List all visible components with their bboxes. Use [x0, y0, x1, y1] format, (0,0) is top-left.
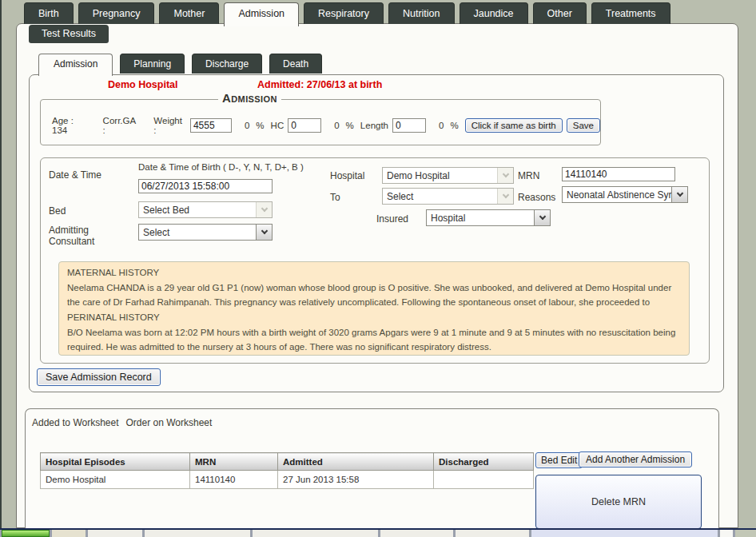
- length-input[interactable]: [392, 118, 426, 133]
- cell-discharged: [434, 471, 534, 489]
- reasons-select[interactable]: Neonatal Abstinence Syr: [562, 186, 688, 203]
- taskbar-item[interactable]: [720, 530, 733, 537]
- taskbar-item[interactable]: [253, 530, 378, 537]
- hospital-label: Hospital: [330, 170, 364, 181]
- tab-birth[interactable]: Birth: [24, 2, 74, 24]
- bed-edit-button[interactable]: Bed Edit: [535, 452, 583, 468]
- delete-mrn-button[interactable]: Delete MRN: [535, 475, 702, 529]
- column-header-discharged[interactable]: Discharged: [434, 453, 534, 471]
- insured-label: Insured: [376, 213, 408, 225]
- weight-label: Weight :: [153, 116, 186, 135]
- subtab-admission[interactable]: Admission: [38, 54, 113, 76]
- cell-admitted: 27 Jun 2013 15:58: [278, 471, 434, 489]
- tab-pregnancy[interactable]: Pregnancy: [78, 2, 155, 24]
- length-percentile-value: 0: [439, 121, 444, 130]
- main-content-panel: Test Results Admission Planning Discharg…: [16, 23, 738, 528]
- hospital-name-header: Demo Hospital: [108, 79, 178, 90]
- weight-percent-sign: %: [256, 121, 264, 130]
- hospital-episodes-table: Hospital Episodes MRN Admitted Discharge…: [40, 452, 534, 489]
- subtab-discharge[interactable]: Discharge: [192, 54, 262, 74]
- taskbar-item: [735, 530, 756, 537]
- tab-mother[interactable]: Mother: [159, 2, 219, 24]
- column-header-hospital-episodes[interactable]: Hospital Episodes: [41, 453, 190, 471]
- maternal-history-textarea[interactable]: MATERNAL HISTORY Neelama CHANDA is a 29 …: [58, 261, 690, 356]
- dob-label: Date & Time of Birth ( D-, Y, N, T, D+, …: [138, 162, 304, 172]
- chevron-down-icon: [256, 225, 272, 240]
- admitted-date-header: Admitted: 27/06/13 at birth: [257, 79, 382, 90]
- hc-label: HC: [271, 121, 284, 130]
- insured-select-value: Hospital: [427, 210, 534, 225]
- admission-form-panel: Demo Hospital Admitted: 27/06/13 at birt…: [29, 74, 724, 392]
- bed-label: Bed: [49, 205, 66, 217]
- same-as-birth-button[interactable]: Click if same as birth: [465, 118, 563, 133]
- taskbar-item[interactable]: [52, 530, 86, 537]
- to-select[interactable]: Select: [382, 188, 514, 205]
- taskbar-item-active[interactable]: [2, 530, 50, 537]
- chevron-down-icon: [256, 202, 272, 217]
- insured-select[interactable]: Hospital: [426, 209, 551, 226]
- tab-admission[interactable]: Admission: [224, 2, 299, 26]
- length-percent-sign: %: [450, 121, 458, 130]
- weight-input[interactable]: [190, 118, 232, 133]
- cell-mrn: 14110140: [190, 471, 278, 489]
- chevron-down-icon: [534, 210, 550, 225]
- corr-ga-label: Corr.GA :: [103, 116, 140, 135]
- taskbar-item[interactable]: [145, 530, 250, 537]
- admission-legend: Admission: [218, 91, 281, 105]
- chevron-down-icon: [497, 189, 513, 204]
- taskbar: [0, 528, 756, 537]
- mrn-label: MRN: [518, 170, 539, 181]
- bed-select-value: Select Bed: [139, 202, 256, 217]
- length-label: Length: [360, 121, 388, 130]
- table-row[interactable]: Demo Hospital 14110140 27 Jun 2013 15:58: [41, 471, 534, 489]
- column-header-mrn[interactable]: MRN: [190, 453, 278, 471]
- reasons-label: Reasons: [518, 192, 555, 203]
- worksheet-panel: Added to WorksheetOrder on Worksheet Hos…: [25, 408, 719, 529]
- hc-percent-sign: %: [346, 121, 354, 130]
- to-label: To: [330, 192, 340, 203]
- subtab-death[interactable]: Death: [269, 54, 322, 74]
- main-tab-bar: Birth Pregnancy Mother Admission Respira…: [24, 2, 670, 24]
- dob-input[interactable]: [138, 179, 273, 193]
- to-select-value: Select: [383, 189, 497, 204]
- taskbar-item[interactable]: [456, 530, 529, 537]
- taskbar-item[interactable]: [531, 530, 718, 537]
- admitting-consultant-select[interactable]: Select: [138, 224, 273, 241]
- window-left-border: [0, 0, 2, 537]
- tab-nutrition[interactable]: Nutrition: [388, 2, 455, 24]
- date-time-label: Date & Time: [49, 169, 101, 181]
- tab-respiratory[interactable]: Respiratory: [304, 2, 384, 24]
- admission-sub-tab-bar: Admission Planning Discharge Death: [38, 54, 322, 74]
- subtab-planning[interactable]: Planning: [120, 54, 185, 74]
- hc-percentile-value: 0: [334, 121, 339, 130]
- admitting-consultant-value: Select: [139, 225, 256, 240]
- hospital-select-value: Demo Hospital: [383, 168, 497, 183]
- tab-jaundice[interactable]: Jaundice: [460, 2, 528, 24]
- admission-measurements-group: Admission Age : 134 Corr.GA : Weight : 0…: [40, 99, 601, 145]
- save-admission-record-button[interactable]: Save Admission Record: [37, 368, 161, 386]
- column-header-admitted[interactable]: Admitted: [278, 453, 434, 471]
- weight-percentile-value: 0: [245, 121, 249, 130]
- order-on-worksheet-label: Order on Worksheet: [126, 417, 213, 428]
- taskbar-item[interactable]: [88, 530, 142, 537]
- tab-test-results[interactable]: Test Results: [29, 25, 109, 43]
- save-measurements-button[interactable]: Save: [567, 118, 600, 133]
- hc-input[interactable]: [288, 118, 321, 133]
- bed-select[interactable]: Select Bed: [138, 201, 273, 218]
- add-another-admission-button[interactable]: Add Another Admission: [579, 451, 692, 467]
- reasons-select-value: Neonatal Abstinence Syr: [563, 187, 671, 202]
- age-label: Age : 134: [52, 116, 90, 135]
- chevron-down-icon: [671, 187, 687, 202]
- admission-details-group: Date & Time Date & Time of Birth ( D-, Y…: [40, 157, 710, 364]
- chevron-down-icon: [497, 168, 513, 183]
- added-to-worksheet-label: Added to Worksheet: [32, 417, 119, 428]
- tab-treatments[interactable]: Treatments: [591, 2, 670, 24]
- tab-other[interactable]: Other: [533, 2, 587, 24]
- cell-hospital-episode: Demo Hospital: [41, 471, 190, 489]
- taskbar-item[interactable]: [380, 530, 453, 537]
- mrn-input[interactable]: [562, 167, 675, 181]
- hospital-select[interactable]: Demo Hospital: [382, 167, 514, 184]
- admitting-consultant-label: Admitting Consultant: [49, 225, 103, 247]
